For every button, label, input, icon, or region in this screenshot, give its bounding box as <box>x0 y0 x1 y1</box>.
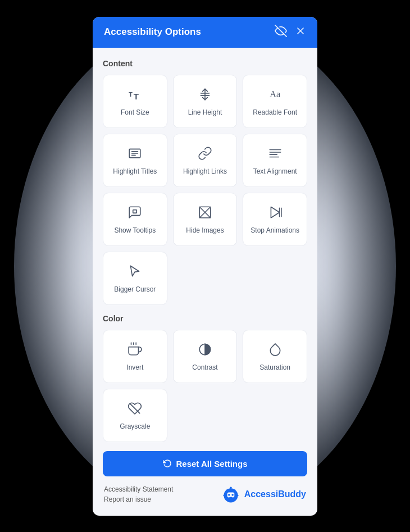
hide-images-icon <box>198 205 212 222</box>
highlight-titles-button[interactable]: Highlight Titles <box>103 134 167 187</box>
close-icon[interactable] <box>295 25 306 39</box>
svg-point-35 <box>230 486 232 489</box>
panel-header: Accessibility Options <box>93 17 317 48</box>
bigger-cursor-button[interactable]: Bigger Cursor <box>103 252 167 305</box>
contrast-button[interactable]: Contrast <box>173 330 238 383</box>
font-size-label: Font Size <box>121 108 149 117</box>
stop-animations-button[interactable]: Stop Animations <box>243 193 307 246</box>
highlight-titles-icon <box>127 146 142 163</box>
reset-icon <box>163 459 172 468</box>
invert-icon <box>127 342 142 359</box>
report-issue-link[interactable]: Report an issue <box>104 495 173 503</box>
svg-text:T: T <box>129 92 133 98</box>
reset-button[interactable]: Reset All Settings <box>103 451 307 476</box>
font-size-button[interactable]: T T Font Size <box>103 75 167 128</box>
hide-images-label: Hide Images <box>186 226 224 235</box>
highlight-links-icon <box>198 146 212 163</box>
brand-name: AccessiBuddy <box>244 489 306 499</box>
stop-animations-label: Stop Animations <box>250 226 299 235</box>
saturation-button[interactable]: Saturation <box>243 330 307 383</box>
footer-links: Accessibility Statement Report an issue <box>104 485 173 503</box>
color-grid-row1: Invert Contrast <box>103 330 307 383</box>
saturation-label: Saturation <box>259 363 290 372</box>
panel-body: Content T T Font Size <box>93 48 317 516</box>
color-section: Color Invert <box>103 314 307 442</box>
panel-title: Accessibility Options <box>104 26 201 38</box>
line-height-icon <box>198 87 212 104</box>
show-tooltips-label: Show Tooltips <box>114 226 156 235</box>
svg-rect-17 <box>133 210 137 213</box>
grayscale-label: Grayscale <box>120 422 150 431</box>
highlight-links-label: Highlight Links <box>183 167 227 176</box>
content-section: Content T T Font Size <box>103 59 307 305</box>
grayscale-button[interactable]: Grayscale <box>103 389 167 442</box>
content-grid-row3: Show Tooltips Hide Images <box>103 193 307 246</box>
font-size-icon: T T <box>127 87 142 104</box>
invert-label: Invert <box>126 363 143 372</box>
line-height-button[interactable]: Line Height <box>173 75 238 128</box>
reset-label: Reset All Settings <box>176 459 248 469</box>
stop-animations-icon <box>268 205 283 222</box>
text-alignment-icon <box>268 146 283 163</box>
line-height-label: Line Height <box>188 108 222 117</box>
content-section-label: Content <box>103 59 307 68</box>
highlight-links-button[interactable]: Highlight Links <box>173 134 238 187</box>
hide-icon[interactable] <box>275 25 287 40</box>
bigger-cursor-label: Bigger Cursor <box>114 285 156 294</box>
readable-font-button[interactable]: Aa Readable Font <box>243 75 307 128</box>
footer: Accessibility Statement Report an issue … <box>103 484 307 507</box>
grayscale-icon <box>127 401 142 418</box>
color-grid-row2: Grayscale <box>103 389 307 442</box>
brand-logo-icon <box>221 484 241 504</box>
svg-point-31 <box>228 494 230 496</box>
brand: AccessiBuddy <box>221 484 306 504</box>
color-section-label: Color <box>103 314 307 323</box>
svg-text:T: T <box>134 92 139 101</box>
readable-font-icon: Aa <box>268 87 283 104</box>
svg-marker-21 <box>271 207 279 218</box>
svg-rect-33 <box>229 497 232 498</box>
content-grid-row4: Bigger Cursor <box>103 252 307 305</box>
content-grid-row2: Highlight Titles Highlight Links <box>103 134 307 187</box>
accessibility-panel: Accessibility Options Content <box>93 17 317 516</box>
text-alignment-label: Text Alignment <box>253 167 297 176</box>
bigger-cursor-icon <box>127 264 142 281</box>
svg-point-32 <box>231 494 234 496</box>
highlight-titles-label: Highlight Titles <box>113 167 157 176</box>
readable-font-label: Readable Font <box>253 108 297 117</box>
show-tooltips-button[interactable]: Show Tooltips <box>103 193 167 246</box>
contrast-icon <box>198 342 212 359</box>
show-tooltips-icon <box>127 205 142 222</box>
hide-images-button[interactable]: Hide Images <box>173 193 238 246</box>
svg-text:Aa: Aa <box>270 90 280 100</box>
saturation-icon <box>268 342 283 359</box>
invert-button[interactable]: Invert <box>103 330 167 383</box>
text-alignment-button[interactable]: Text Alignment <box>243 134 307 187</box>
contrast-label: Contrast <box>192 363 217 372</box>
header-actions <box>275 25 306 40</box>
content-grid-row1: T T Font Size <box>103 75 307 128</box>
accessibility-statement-link[interactable]: Accessibility Statement <box>104 485 173 493</box>
